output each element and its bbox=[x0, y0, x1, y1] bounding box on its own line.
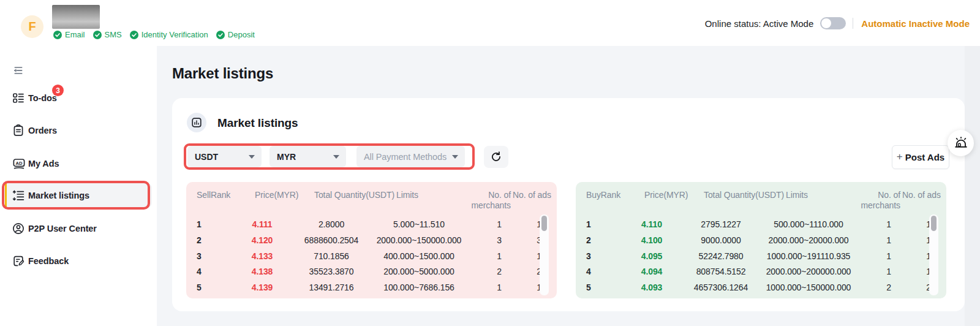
table-cell: 3 bbox=[197, 251, 202, 262]
refresh-icon bbox=[490, 151, 502, 163]
chevron-down-icon bbox=[249, 155, 255, 159]
table-cell: 4 bbox=[197, 266, 202, 277]
my-ads-icon: AD bbox=[12, 157, 24, 170]
table-row[interactable]: 14.1112.80005.000~11.51011 bbox=[186, 219, 557, 230]
avatar[interactable]: F bbox=[21, 15, 43, 38]
table-cell: 1 bbox=[910, 219, 946, 230]
post-ads-button[interactable]: + Post Ads bbox=[892, 145, 949, 169]
sidebar-item-label: Market listings bbox=[28, 191, 89, 200]
sidebar-item-to-dos[interactable]: To-dos3 bbox=[5, 86, 152, 110]
check-circle-icon bbox=[93, 31, 102, 39]
verification-badge: Email bbox=[53, 30, 85, 39]
table-scrollbar-thumb[interactable] bbox=[931, 216, 937, 231]
table-cell: 200.000~5000.000 bbox=[358, 266, 480, 277]
verification-badge-label: Deposit bbox=[228, 30, 255, 39]
table-cell: 5.000~11.510 bbox=[358, 219, 480, 230]
table-cell: 1 bbox=[197, 219, 202, 230]
table-cell: 1 bbox=[870, 219, 907, 230]
table-cell: 4 bbox=[586, 266, 591, 277]
table-cell: 3 bbox=[586, 251, 591, 262]
collapse-sidebar-icon bbox=[12, 64, 24, 77]
svg-text:AD: AD bbox=[16, 161, 23, 166]
chevron-down-icon bbox=[333, 155, 339, 159]
table-header-cell: Total Quantity(USDT) bbox=[704, 190, 784, 200]
table-header-cell: No. of ads bbox=[902, 190, 941, 200]
verification-badge: Identity Verification bbox=[130, 30, 208, 39]
table-row[interactable]: 24.1009000.00002000.000~20000.00011 bbox=[576, 235, 946, 246]
table-cell: 2000.000~150000.000 bbox=[358, 235, 480, 246]
automatic-inactive-mode-link[interactable]: Automatic Inactive Mode bbox=[861, 18, 970, 29]
verification-badge-label: Identity Verification bbox=[141, 30, 208, 39]
table-scrollbar-track[interactable] bbox=[929, 214, 938, 295]
notification-bell-button[interactable] bbox=[948, 130, 974, 156]
card-chip bbox=[187, 113, 206, 132]
header-right: Online status: Active Mode Automatic Ina… bbox=[705, 17, 970, 30]
sidebar-item-label: Feedback bbox=[28, 256, 69, 266]
table-row[interactable]: 44.094808754.51522000.000~200000.00011 bbox=[576, 266, 946, 277]
toggle-knob bbox=[821, 18, 831, 28]
table-header-cell: No. of ads bbox=[513, 190, 551, 200]
table-cell: 1 bbox=[910, 251, 946, 262]
table-header-cell: No. of merchants bbox=[845, 190, 900, 211]
online-status-label: Online status: Active Mode bbox=[705, 18, 814, 29]
verification-badge: Deposit bbox=[216, 30, 255, 39]
table-cell: 1 bbox=[481, 219, 518, 230]
censored-username bbox=[52, 5, 100, 29]
table-row[interactable]: 54.0934657306.12641000.000~150000.00022 bbox=[576, 282, 946, 293]
table-scrollbar-thumb[interactable] bbox=[541, 216, 547, 231]
table-cell: 1 bbox=[910, 266, 946, 277]
market-listings-icon bbox=[12, 189, 24, 202]
active-item-accent bbox=[5, 183, 7, 208]
refresh-button[interactable] bbox=[484, 146, 508, 168]
screen: F EmailSMSIdentity VerificationDeposit O… bbox=[0, 0, 980, 326]
table-header-cell: SellRank bbox=[197, 190, 230, 200]
payment-method-select[interactable]: All Payment Methods bbox=[356, 146, 465, 167]
main-content: Market listings Market listings USDT MYR bbox=[157, 46, 980, 326]
table-header-cell: BuyRank bbox=[586, 190, 620, 200]
table-cell: 2000.000~20000.000 bbox=[747, 235, 870, 246]
table-scrollbar-track[interactable] bbox=[540, 214, 549, 295]
sidebar-item-market-listings[interactable]: Market listings bbox=[5, 183, 152, 208]
verification-badge-label: Email bbox=[65, 30, 85, 39]
table-cell: 100.000~7686.156 bbox=[358, 282, 480, 293]
table-cell: 1 bbox=[870, 251, 907, 262]
table-row[interactable]: 34.09552242.79801000.000~191110.93511 bbox=[576, 251, 946, 262]
fiat-select[interactable]: MYR bbox=[270, 146, 346, 167]
check-circle-icon bbox=[216, 31, 225, 39]
table-row[interactable]: 44.13835523.3870200.000~5000.00022 bbox=[186, 266, 557, 277]
table-header-cell: Price(MYR) bbox=[255, 190, 298, 200]
table-row[interactable]: 14.1102795.1227500.000~1110.00011 bbox=[576, 219, 946, 230]
table-cell: 2 bbox=[586, 235, 591, 246]
table-cell: 1 bbox=[521, 282, 557, 293]
sidebar-item-feedback[interactable]: Feedback bbox=[5, 249, 152, 273]
sidebar-item-my-ads[interactable]: ADMy Ads bbox=[5, 151, 152, 176]
table-row[interactable]: 24.1206888600.25042000.000~150000.00033 bbox=[186, 235, 557, 246]
table-header-cell: Limits bbox=[396, 190, 418, 200]
page-scrollbar-gutter[interactable] bbox=[965, 46, 980, 326]
check-circle-icon bbox=[130, 31, 138, 39]
header-divider bbox=[853, 18, 853, 29]
table-cell: 1 bbox=[481, 282, 518, 293]
table-cell: 2000.000~200000.000 bbox=[747, 266, 870, 277]
plus-icon: + bbox=[897, 151, 903, 163]
todos-icon bbox=[12, 92, 24, 104]
table-header-cell: Total Quantity(USDT) bbox=[314, 190, 394, 200]
table-row[interactable]: 34.133710.1856400.000~1500.00011 bbox=[186, 251, 557, 262]
sidebar-item-p2p-user-center[interactable]: P2P User Center bbox=[5, 216, 152, 241]
chevron-down-icon bbox=[452, 155, 458, 159]
table-cell: 5 bbox=[586, 282, 591, 293]
table-cell: 2 bbox=[910, 282, 946, 293]
sidebar-item-orders[interactable]: Orders bbox=[5, 118, 152, 143]
card-title: Market listings bbox=[217, 116, 298, 130]
orders-icon bbox=[12, 124, 24, 137]
table-row[interactable]: 54.13913491.2716100.000~7686.15611 bbox=[186, 282, 557, 293]
sidebar-collapse-button[interactable] bbox=[12, 64, 24, 77]
online-status-toggle[interactable] bbox=[820, 17, 846, 29]
asset-select[interactable]: USDT bbox=[187, 146, 262, 167]
table-cell: 2 bbox=[197, 235, 202, 246]
market-listings-card: Market listings USDT MYR All Payment Met… bbox=[172, 98, 965, 311]
fiat-select-value: MYR bbox=[277, 146, 296, 167]
buy-orders-table: BuyRankPrice(MYR)Total Quantity(USDT)Lim… bbox=[576, 182, 946, 298]
sell-orders-table: SellRankPrice(MYR)Total Quantity(USDT)Li… bbox=[186, 182, 557, 298]
table-header-cell: Limits bbox=[786, 190, 808, 200]
